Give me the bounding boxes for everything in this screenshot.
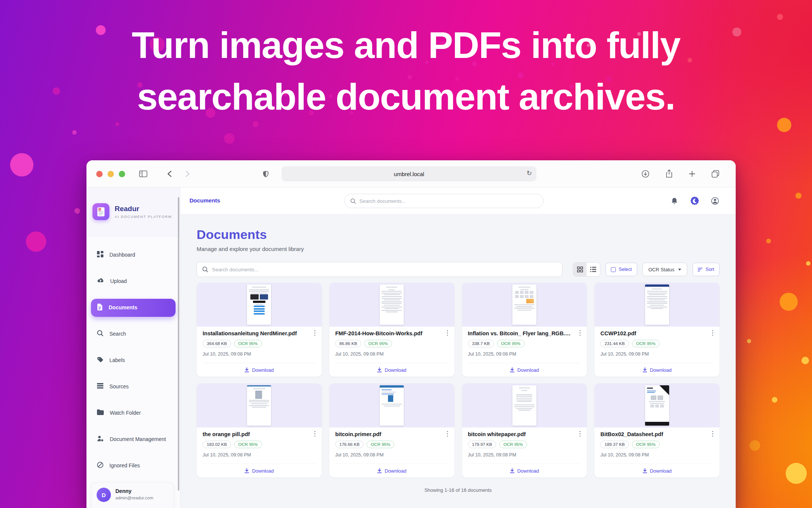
- share-icon[interactable]: [663, 168, 676, 180]
- hero-background: Turn images and PDFs into fullysearchabl…: [0, 0, 812, 508]
- url-text: umbrel.local: [394, 171, 424, 177]
- ocr-status-dropdown[interactable]: OCR Status: [642, 263, 687, 276]
- sidebar-item-watch-folder[interactable]: Watch Folder: [91, 404, 176, 422]
- brand-tagline: AI DOCUMENT PLATFORM: [115, 214, 172, 219]
- download-button[interactable]: Download: [203, 363, 316, 377]
- document-card[interactable]: CCWP102.pdf⋮231.44 KBOCR 95%Jul 10, 2025…: [594, 283, 720, 377]
- kebab-menu-icon[interactable]: ⋮: [577, 329, 583, 337]
- kebab-menu-icon[interactable]: ⋮: [444, 430, 451, 438]
- tabs-icon[interactable]: [709, 168, 722, 180]
- chevron-down-icon: [678, 269, 681, 271]
- select-button[interactable]: Select: [606, 263, 637, 276]
- sidebar-item-label: Dashboard: [109, 252, 135, 259]
- close-window-button[interactable]: [96, 171, 103, 177]
- document-name: CCWP102.pdf: [600, 330, 714, 336]
- kebab-menu-icon[interactable]: ⋮: [709, 329, 716, 337]
- kebab-menu-icon[interactable]: ⋮: [709, 430, 716, 438]
- download-button[interactable]: Download: [335, 363, 448, 377]
- documents-search[interactable]: [197, 262, 562, 277]
- file-size-badge: 189.37 KB: [600, 441, 629, 448]
- bell-icon[interactable]: [667, 193, 682, 209]
- download-button[interactable]: Download: [468, 363, 581, 377]
- sidebar-item-upload[interactable]: Upload: [91, 272, 176, 291]
- browser-toolbar: umbrel.local ↻: [86, 160, 736, 187]
- sidebar-item-ignored-files[interactable]: Ignored Files: [91, 457, 176, 475]
- document-thumbnail: [462, 283, 587, 327]
- document-date: Jul 10, 2025, 09:08 PM: [468, 452, 581, 458]
- sidebar-item-search[interactable]: Search: [91, 325, 176, 343]
- ocr-status-badge: OCR 95%: [367, 441, 394, 448]
- documents-search-input[interactable]: [212, 267, 557, 272]
- user-email: admin@readur.com: [115, 496, 153, 500]
- sidebar-item-label: Upload: [110, 278, 127, 285]
- document-card[interactable]: FMF-2014-How-Bitcoin-Works.pdf⋮86.86 KBO…: [329, 283, 454, 377]
- document-card[interactable]: bitcoin.primer.pdf⋮176.66 KBOCR 95%Jul 1…: [329, 383, 454, 478]
- user-card[interactable]: D Denny admin@readur.com: [91, 482, 174, 508]
- downloads-icon[interactable]: [639, 168, 652, 180]
- sidebar-item-sources[interactable]: Sources: [91, 378, 176, 396]
- documents-grid: Installationsanleitung NerdMiner.pdf⋮364…: [197, 283, 720, 478]
- document-card[interactable]: Installationsanleitung NerdMiner.pdf⋮364…: [197, 283, 322, 377]
- document-card[interactable]: Inflation vs. Bitcoin_ Flyer lang_RGB.pd…: [462, 283, 587, 377]
- breadcrumb[interactable]: Documents: [189, 197, 220, 204]
- ignored-files-icon: [97, 462, 103, 470]
- brand: R Readur AI DOCUMENT PLATFORM: [86, 187, 180, 236]
- sort-button[interactable]: Sort: [692, 263, 720, 276]
- grid-view-icon[interactable]: [573, 263, 587, 276]
- sidebar-item-documents[interactable]: Documents: [91, 299, 176, 317]
- sidebar-item-label: Search: [109, 331, 126, 338]
- profile-icon[interactable]: [707, 193, 723, 209]
- document-card[interactable]: BitBox02_Datasheet.pdf⋮189.37 KBOCR 95%J…: [594, 383, 720, 478]
- sidebar-item-labels[interactable]: Labels: [91, 351, 176, 370]
- kebab-menu-icon[interactable]: ⋮: [577, 430, 583, 438]
- document-date: Jul 10, 2025, 09:08 PM: [468, 351, 581, 357]
- document-card[interactable]: the orange pill.pdf⋮183.02 KBOCR 95%Jul …: [197, 383, 322, 478]
- download-button[interactable]: Download: [468, 464, 581, 478]
- file-size-badge: 179.97 KB: [468, 441, 497, 448]
- document-thumbnail: [329, 383, 454, 427]
- forward-icon[interactable]: [181, 168, 194, 180]
- results-count: Showing 1-16 of 16 documents: [197, 487, 720, 493]
- url-field[interactable]: umbrel.local ↻: [282, 166, 536, 181]
- theme-toggle-icon[interactable]: [687, 193, 703, 209]
- document-name: bitcoin.primer.pdf: [335, 431, 448, 437]
- back-icon[interactable]: [163, 168, 176, 180]
- file-size-badge: 364.68 KB: [203, 340, 231, 347]
- file-size-badge: 338.7 KB: [468, 340, 494, 347]
- download-button[interactable]: Download: [600, 464, 714, 478]
- kebab-menu-icon[interactable]: ⋮: [444, 329, 451, 337]
- new-tab-icon[interactable]: [686, 168, 698, 180]
- shield-icon[interactable]: [259, 168, 272, 180]
- header-search[interactable]: [344, 194, 544, 208]
- kebab-menu-icon[interactable]: ⋮: [312, 329, 318, 337]
- maximize-window-button[interactable]: [119, 171, 125, 177]
- document-date: Jul 10, 2025, 09:08 PM: [600, 351, 714, 357]
- readur-logo-icon: R: [92, 203, 109, 220]
- hero-line-2: searchable document archives.: [137, 76, 675, 117]
- sidebar-item-document-management[interactable]: Document Management: [91, 430, 176, 449]
- document-date: Jul 10, 2025, 09:08 PM: [600, 452, 714, 458]
- documents-icon: [97, 304, 103, 312]
- app-header: Documents: [180, 187, 736, 214]
- sidebar-scrollbar[interactable]: [178, 197, 179, 491]
- sidebar-item-dashboard[interactable]: Dashboard: [91, 246, 176, 264]
- reload-icon[interactable]: ↻: [527, 169, 532, 177]
- document-name: bitcoin whitepaper.pdf: [468, 431, 581, 437]
- download-button[interactable]: Download: [335, 464, 448, 478]
- page-title: Documents: [197, 227, 720, 242]
- sidebar-item-label: Documents: [109, 304, 137, 311]
- download-button[interactable]: Download: [203, 464, 316, 478]
- document-card[interactable]: bitcoin whitepaper.pdf⋮179.97 KBOCR 95%J…: [462, 383, 587, 478]
- kebab-menu-icon[interactable]: ⋮: [312, 430, 318, 438]
- hero-headline: Turn images and PDFs into fullysearchabl…: [0, 20, 812, 122]
- download-button[interactable]: Download: [600, 363, 714, 377]
- watch-folder-icon: [97, 409, 104, 417]
- browser-window: umbrel.local ↻ R: [86, 160, 736, 508]
- document-name: BitBox02_Datasheet.pdf: [600, 431, 714, 437]
- documents-page: Documents Manage and explore your docume…: [180, 214, 736, 508]
- minimize-window-button[interactable]: [108, 171, 114, 177]
- sidebar-toggle-icon[interactable]: [137, 168, 150, 180]
- document-date: Jul 10, 2025, 09:08 PM: [335, 351, 448, 357]
- header-search-input[interactable]: [359, 198, 538, 204]
- list-view-icon[interactable]: [586, 263, 600, 276]
